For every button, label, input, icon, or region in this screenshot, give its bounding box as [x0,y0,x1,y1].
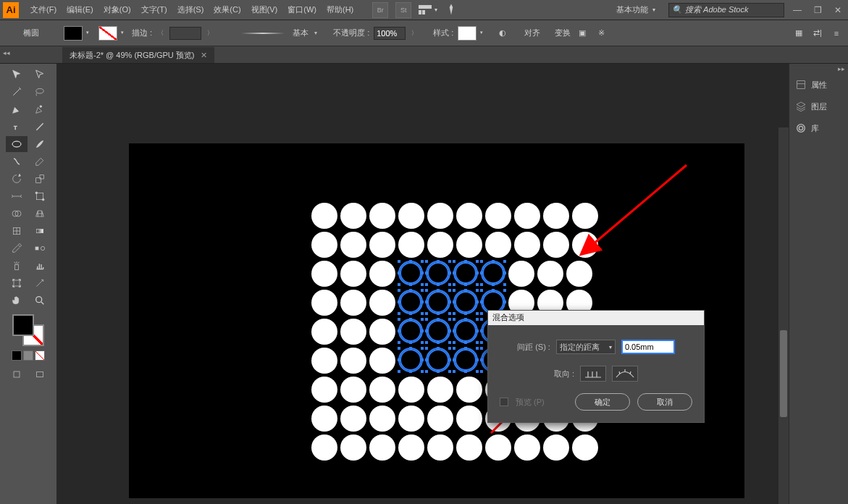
circle[interactable] [543,203,569,229]
lasso-tool[interactable] [29,84,51,100]
opt-icon2[interactable]: ⇄| [810,26,825,41]
circle[interactable] [456,377,482,403]
slice-tool[interactable] [29,275,51,291]
ellipse-tool[interactable] [6,136,28,152]
panel-libraries[interactable]: 库 [789,117,848,139]
direct-selection-tool[interactable] [29,67,51,83]
symbol-sprayer-tool[interactable] [6,258,28,274]
scroll-thumb[interactable] [780,330,787,417]
draw-normal-icon[interactable] [6,366,28,382]
circle[interactable] [427,203,453,229]
shape-builder-tool[interactable] [6,206,28,222]
shaper-tool[interactable] [6,154,28,169]
close-tab-icon[interactable]: ✕ [201,51,207,60]
circle[interactable] [340,406,366,432]
circle[interactable] [426,290,450,314]
recolor-icon[interactable]: ◐ [495,26,510,41]
circle[interactable] [426,348,450,372]
circle[interactable] [369,232,395,258]
spacing-mode-select[interactable]: 指定的距离 [556,340,616,354]
pen-tool[interactable] [6,101,28,117]
fill-swatch[interactable] [64,26,83,41]
menu-select[interactable]: 选择(S) [173,3,209,17]
circle[interactable] [369,290,395,316]
circle[interactable] [340,232,366,258]
circle[interactable] [398,261,423,285]
window-minimize[interactable]: — [787,0,807,20]
circle[interactable] [543,434,569,461]
circle[interactable] [340,261,366,287]
circle[interactable] [340,348,366,374]
stroke-width-dec[interactable]: 〈 [158,29,164,37]
artboard-tool[interactable] [6,275,28,291]
mini-swatches[interactable] [12,350,45,361]
menu-window[interactable]: 窗口(W) [283,3,321,17]
circle[interactable] [572,203,598,229]
circle[interactable] [369,261,395,287]
circle[interactable] [398,377,424,403]
circle[interactable] [311,434,337,461]
collapse-panels[interactable]: ▸▸ [789,64,848,74]
circle[interactable] [426,261,450,285]
eraser-tool[interactable] [29,154,51,169]
circle[interactable] [369,434,395,461]
circle[interactable] [572,232,598,258]
circle[interactable] [398,434,424,461]
circle[interactable] [514,434,540,461]
circle[interactable] [456,203,482,229]
circle[interactable] [369,319,395,345]
circle[interactable] [311,261,337,287]
selection-tool[interactable] [6,67,28,83]
blend-tool[interactable] [29,240,51,256]
circle[interactable] [311,319,337,345]
color-controls[interactable] [12,314,44,346]
circle[interactable] [340,319,366,345]
circle[interactable] [311,406,337,432]
circle[interactable] [537,261,563,287]
free-transform-tool[interactable] [29,188,51,204]
circle[interactable] [340,203,366,229]
circle[interactable] [427,434,453,461]
panel-layers[interactable]: 图层 [789,96,848,117]
circle[interactable] [453,290,478,314]
workspace-selector[interactable]: 基本功能 [610,3,661,17]
stroke-width-input[interactable] [169,27,201,40]
dialog-title[interactable]: 混合选项 [488,311,704,325]
circle[interactable] [426,319,450,343]
collapse-toolbox[interactable]: ◂◂ [3,49,10,56]
cancel-button[interactable]: 取消 [637,393,692,411]
circle[interactable] [427,406,453,432]
circle[interactable] [572,434,598,461]
opt-icon1[interactable]: ▦ [792,26,806,41]
screen-mode-icon[interactable] [29,366,51,382]
menu-object[interactable]: 对象(O) [99,3,135,17]
circle[interactable] [311,348,337,374]
canvas[interactable]: /* placeholder to stop template parser —… [56,64,789,504]
stroke-swatch[interactable] [98,26,117,41]
menu-view[interactable]: 视图(V) [247,3,282,17]
scatter-icon[interactable]: ※ [594,26,608,41]
align-label[interactable]: 对齐 [524,28,540,38]
circle[interactable] [369,377,395,403]
arrange-docs-icon[interactable]: ▾ [419,5,437,15]
circle[interactable] [453,261,478,285]
vertical-scrollbar[interactable] [778,127,789,504]
perspective-grid-tool[interactable] [29,206,51,222]
stroke-profile[interactable] [238,28,288,39]
circle[interactable] [481,261,505,285]
orient-align-page[interactable] [580,366,606,382]
circle[interactable] [514,232,540,258]
circle[interactable] [514,203,540,229]
circle[interactable] [398,319,423,343]
menu-help[interactable]: 帮助(H) [322,3,358,17]
window-close[interactable]: ✕ [828,0,848,20]
bridge-icon[interactable]: Br [372,2,388,18]
curvature-tool[interactable] [29,101,51,117]
circle[interactable] [311,377,337,403]
gradient-tool[interactable] [29,223,51,239]
line-tool[interactable] [29,119,51,135]
menu-file[interactable]: 文件(F) [26,3,61,17]
circle[interactable] [456,434,482,461]
menu-type[interactable]: 文字(T) [137,3,172,17]
gpu-rocket-icon[interactable] [445,3,458,17]
